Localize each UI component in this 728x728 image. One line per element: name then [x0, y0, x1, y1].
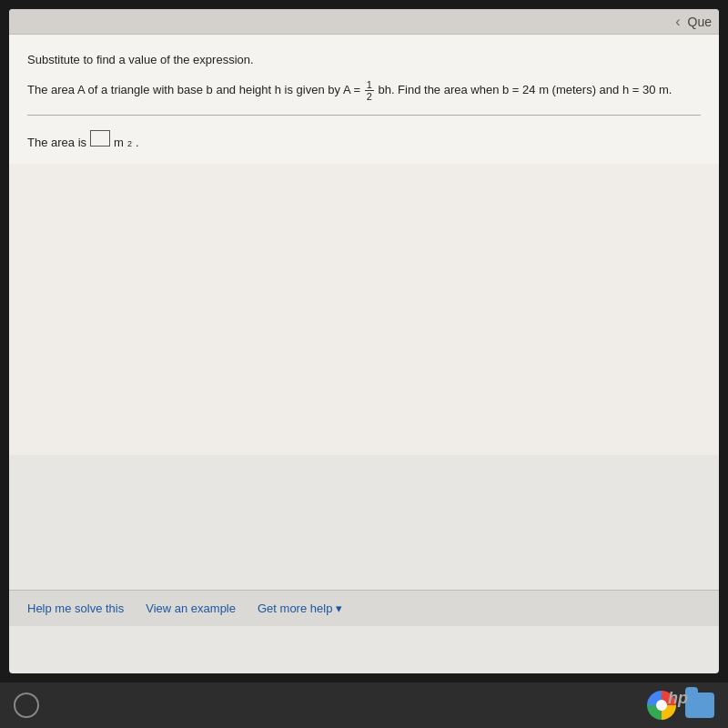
bottom-bar: Help me solve this View an example Get m…: [9, 590, 719, 626]
get-more-help-link[interactable]: Get more help ▾: [258, 602, 342, 615]
problem-part1: The area A of a triangle with base b and…: [27, 83, 360, 96]
content-area: Substitute to find a value of the expres…: [9, 35, 719, 164]
answer-input-box[interactable]: [90, 130, 110, 147]
hp-logo: hp: [655, 675, 701, 721]
answer-period: .: [136, 136, 139, 149]
fraction-numerator: 1: [365, 79, 374, 91]
fraction-denominator: 2: [365, 91, 374, 102]
answer-superscript: 2: [127, 139, 132, 148]
divider: [27, 115, 701, 116]
tab-label: Que: [688, 15, 712, 29]
answer-row: The area is m2.: [27, 130, 701, 149]
blank-area: [9, 164, 719, 455]
top-bar: ‹ Que: [9, 9, 719, 35]
laptop-frame: ‹ Que Substitute to find a value of the …: [0, 0, 728, 728]
help-me-solve-link[interactable]: Help me solve this: [27, 602, 124, 615]
answer-suffix-m: m: [114, 136, 124, 149]
problem-part2: bh. Find the area when b = 24 m (meters)…: [378, 83, 672, 96]
fraction: 1 2: [365, 79, 374, 102]
view-example-link[interactable]: View an example: [146, 602, 236, 615]
chevron-icon[interactable]: ‹: [675, 14, 680, 30]
taskbar-circle-button[interactable]: [14, 693, 39, 718]
problem-text: The area A of a triangle with base b and…: [27, 79, 701, 102]
answer-prefix: The area is: [27, 136, 86, 149]
instruction-text: Substitute to find a value of the expres…: [27, 53, 701, 66]
system-taskbar: [0, 682, 728, 728]
screen: ‹ Que Substitute to find a value of the …: [9, 9, 719, 673]
